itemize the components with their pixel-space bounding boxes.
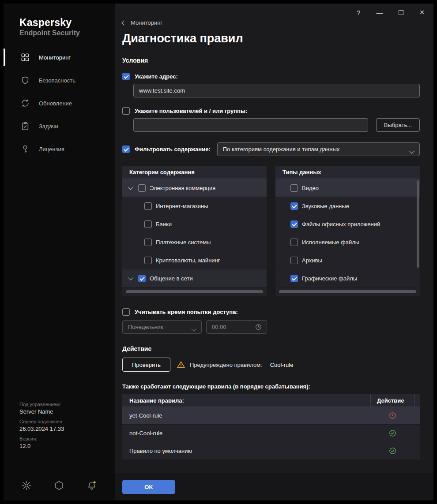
help-button[interactable]: ? (353, 7, 364, 18)
managed-label: Под управлением: (19, 402, 64, 407)
data-type-checkbox[interactable] (290, 275, 298, 282)
time-label: Учитывать время попытки доступа: (135, 309, 238, 315)
chevron-down-icon (410, 148, 414, 154)
category-row[interactable]: Интернет-магазины (122, 197, 267, 215)
check-row: Проверить Предупреждено правилом: Cool-r… (122, 358, 420, 372)
filter-label: Фильтровать содержание: (135, 146, 211, 153)
chevron-down-icon[interactable] (127, 277, 134, 280)
category-checkbox[interactable] (138, 184, 146, 192)
category-row[interactable]: Банки (122, 215, 267, 233)
horizontal-scrollbar[interactable] (122, 287, 267, 296)
users-checkbox-row: Укажите пользователей и / или группы: (122, 107, 420, 115)
filter-checkbox[interactable] (122, 146, 130, 153)
data-type-checkbox[interactable] (290, 202, 298, 210)
category-row[interactable]: Криптовалюты, майнинг (122, 251, 267, 269)
time-controls-row: Понедельник 00:00 (122, 320, 420, 334)
time-checkbox[interactable] (122, 308, 130, 316)
rule-status-cell (370, 429, 414, 437)
data-type-row[interactable]: Файлы офисных приложений (275, 215, 420, 233)
rule-name-header: Название правила: (122, 394, 370, 407)
vertical-scrollbar[interactable] (417, 180, 419, 268)
kaspersky-logo-icon[interactable] (54, 480, 64, 491)
minimize-button[interactable]: — (374, 7, 385, 18)
back-label: Мониторинг (131, 19, 162, 26)
address-input[interactable] (133, 84, 420, 97)
table-row[interactable]: Правило по умолчанию (122, 442, 420, 460)
day-select[interactable]: Понедельник (122, 320, 202, 334)
category-checkbox[interactable] (144, 220, 152, 228)
sidebar-item-update[interactable]: Обновление (4, 92, 115, 115)
breadcrumb-back[interactable]: Мониторинг (122, 19, 162, 26)
data-type-checkbox[interactable] (290, 184, 298, 192)
data-type-row[interactable]: Исполняемые файлы (275, 233, 420, 251)
allowed-status-icon (388, 429, 397, 437)
chevron-left-icon (121, 20, 126, 25)
warning-text: Предупреждено правилом: (190, 362, 262, 368)
server-info: Под управлением: Server Name Сервер подк… (19, 398, 64, 449)
data-types-panel: Типы данных Видео Звуковые данные Файлы … (275, 166, 420, 296)
data-type-row[interactable]: Видео (275, 179, 420, 197)
footer-bar: OK (115, 473, 433, 500)
close-button[interactable]: × (417, 7, 427, 18)
scrollbar-thumb[interactable] (126, 290, 263, 293)
sidebar-item-license[interactable]: Лицензия (4, 138, 115, 161)
address-label: Укажите адрес: (135, 73, 178, 80)
time-input[interactable]: 00:00 (206, 320, 267, 334)
brand-name: Kaspersky (19, 17, 115, 29)
users-checkbox[interactable] (122, 107, 130, 115)
data-type-checkbox[interactable] (290, 220, 298, 228)
rule-status-cell (370, 447, 414, 455)
rules-table-intro: Также сработают следующие правила (в пор… (122, 383, 420, 390)
rule-name: Правило по умолчанию (122, 448, 370, 454)
horizontal-scrollbar[interactable] (275, 287, 420, 296)
address-checkbox[interactable] (122, 73, 130, 80)
data-type-row[interactable]: Архивы (275, 251, 420, 269)
data-type-checkbox[interactable] (290, 239, 298, 246)
category-row[interactable]: Электронная коммерция (122, 179, 267, 197)
version-value: 12.0 (19, 443, 64, 449)
scrollbar-thumb[interactable] (279, 290, 416, 293)
category-checkbox[interactable] (138, 275, 146, 282)
clipboard-tasks-icon (20, 121, 30, 131)
categories-panel: Категории содержания Электронная коммерц… (122, 166, 267, 296)
filter-mode-select[interactable]: По категориям содержания и типам данных (217, 142, 420, 156)
table-row[interactable]: yet-Cool-rule (122, 407, 420, 425)
category-checkbox[interactable] (144, 202, 152, 210)
chevron-down-icon (192, 325, 196, 332)
time-checkbox-row: Учитывать время попытки доступа: (122, 308, 420, 316)
rules-table-header: Название правила: Действие (122, 394, 420, 407)
data-type-row[interactable]: Графические файлы (275, 269, 420, 287)
category-label: Общение в сети (150, 275, 193, 282)
category-checkbox[interactable] (144, 239, 152, 246)
sidebar-item-monitoring[interactable]: Мониторинг (4, 46, 115, 69)
check-button[interactable]: Проверить (122, 358, 170, 372)
server-name: Server Name (19, 408, 64, 415)
notifications-bell-icon[interactable] (87, 480, 97, 491)
connected-label: Сервер подключен: (19, 419, 64, 424)
maximize-button[interactable] (396, 7, 406, 18)
settings-gear-icon[interactable] (21, 480, 32, 491)
sidebar-item-security[interactable]: Безопасность (4, 69, 115, 92)
data-type-label: Графические файлы (302, 275, 357, 282)
data-types-panel-header: Типы данных (275, 166, 420, 179)
chevron-down-icon[interactable] (127, 187, 134, 189)
page-title: Диагностика правил (122, 32, 420, 45)
key-icon (20, 144, 30, 154)
category-row[interactable]: Общение в сети (122, 269, 267, 287)
users-input[interactable] (133, 118, 368, 132)
data-type-row[interactable]: Звуковые данные (275, 197, 420, 215)
sidebar-item-tasks[interactable]: Задачи (4, 115, 115, 138)
category-row[interactable]: Платежные системы (122, 233, 267, 251)
brand-logo: Kaspersky Endpoint Security (4, 4, 115, 37)
address-checkbox-row: Укажите адрес: (122, 73, 420, 80)
choose-users-button[interactable]: Выбрать... (376, 118, 420, 132)
data-type-checkbox[interactable] (290, 257, 298, 264)
categories-panel-header: Категории содержания (122, 166, 267, 179)
table-row[interactable]: not-Cool-rule (122, 425, 420, 442)
ok-button[interactable]: OK (122, 480, 175, 494)
sidebar: Kaspersky Endpoint Security Мониторинг (4, 4, 115, 500)
allowed-status-icon (388, 447, 397, 455)
refresh-icon (20, 98, 30, 108)
category-checkbox[interactable] (144, 257, 152, 264)
category-label: Электронная коммерция (150, 185, 215, 191)
